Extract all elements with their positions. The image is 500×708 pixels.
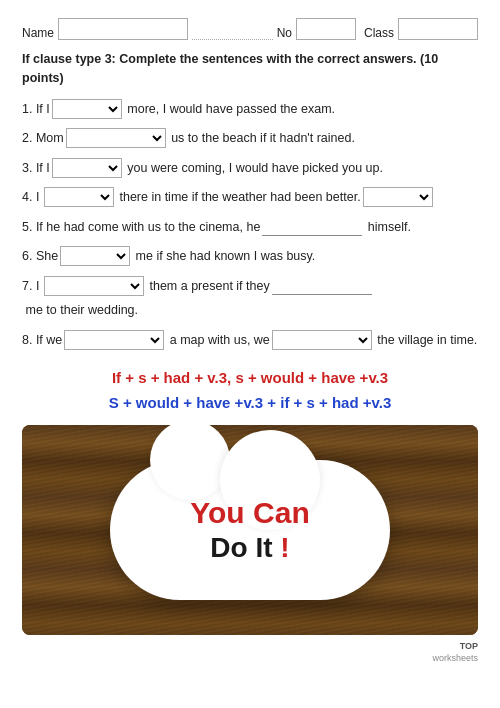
sentence-num: 6. She [22,245,58,268]
you-can-you-text: You Can [190,496,309,529]
formula-line-1: If + s + had + v.3, s + would + have +v.… [22,369,478,386]
sentence-num: 3. If I [22,157,50,180]
formula-line-2: S + would + have +v.3 + if + s + had +v.… [22,394,478,411]
cloud-text-bottom: Do It ! [210,531,289,565]
sentence-8-dropdown2[interactable]: would have foundfoundhad found [272,330,372,350]
sentence-2-dropdown[interactable]: would have takentookhad taken [66,128,166,148]
cloud-container: You Can Do It ! [100,450,400,610]
sentence-1-text: more, I would have passed the exam. [124,98,335,121]
sentence-8-text1: a map with us, we [166,329,270,352]
sentence-6-text: me if she had known I was busy. [132,245,315,268]
class-input[interactable] [398,18,478,40]
sentence-row: 7. I would have givengavehad given them … [22,275,478,322]
sentence-7-input[interactable] [272,277,372,295]
class-label: Class [364,26,394,40]
sentence-4-dropdown1[interactable]: would have arrivedarrivedhad arrived [44,187,114,207]
sentence-row: 6. She would have calledcalledhad called… [22,245,478,268]
no-label: No [277,26,292,40]
instruction-text: If clause type 3: Complete the sentences… [22,50,478,88]
sentence-num: 5. If he had come with us to the cinema,… [22,216,260,239]
sentence-num: 4. I [22,186,42,209]
footer-top: TOP [22,641,478,653]
sentence-6-dropdown[interactable]: would have calledcalledhad called [60,246,130,266]
name-label: Name [22,26,54,40]
footer-bottom: worksheets [22,653,478,665]
sentence-3-text: you were coming, I would have picked you… [124,157,383,180]
sentence-row: 4. I would have arrivedarrivedhad arrive… [22,186,478,209]
sentence-row: 5. If he had come with us to the cinema,… [22,216,478,239]
motivational-image: You Can Do It ! [22,425,478,635]
sentence-8-dropdown1[interactable]: had broughtbroughtwould bring [64,330,164,350]
sentence-7-dropdown[interactable]: would have givengavehad given [44,276,144,296]
sentence-3-dropdown[interactable]: had knownknewwould know [52,158,122,178]
sentence-num: 1. If I [22,98,50,121]
formula-section: If + s + had + v.3, s + would + have +v.… [22,369,478,411]
cloud-shape: You Can Do It ! [110,460,390,600]
sentence-row: 8. If we had broughtbroughtwould bring a… [22,329,478,352]
sentence-8-text2: the village in time. [374,329,478,352]
cloud-text-top: You Can [190,495,309,531]
sentence-4-dropdown2[interactable]: would have arrivedarrived [363,187,433,207]
sentence-row: 2. Mom would have takentookhad taken us … [22,127,478,150]
sentence-1-dropdown[interactable]: had studiedstudiedwould study [52,99,122,119]
sentence-2-text: us to the beach if it hadn't rained. [168,127,355,150]
sentence-row: 3. If I had knownknewwould know you were… [22,157,478,180]
sentence-5-text: himself. [364,216,411,239]
footer: TOP worksheets [22,641,478,664]
sentence-num: 2. Mom [22,127,64,150]
no-input[interactable] [296,18,356,40]
sentence-4-text: there in time if the weather had been be… [116,186,361,209]
name-input[interactable] [58,18,188,40]
exclaim-text: ! [280,532,289,563]
header: Name No Class [22,18,478,40]
sentence-num: 7. I [22,275,42,298]
sentence-7-text2: me to their wedding. [22,299,138,322]
sentence-5-input[interactable] [262,218,362,236]
sentence-row: 1. If I had studiedstudiedwould study mo… [22,98,478,121]
sentence-7-text1: them a present if they [146,275,270,298]
sentences-section: 1. If I had studiedstudiedwould study mo… [22,98,478,352]
sentence-num: 8. If we [22,329,62,352]
